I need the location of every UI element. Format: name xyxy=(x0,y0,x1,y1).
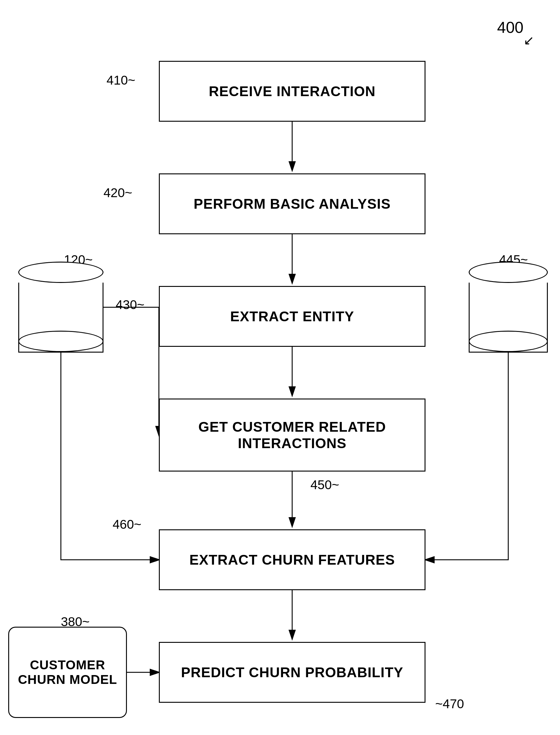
customer-churn-model-label: CUSTOMER CHURN MODEL xyxy=(9,658,126,687)
figure-number: 400 xyxy=(497,18,523,37)
label-470: ~470 xyxy=(435,697,464,711)
perform-basic-analysis-label: PERFORM BASIC ANALYSIS xyxy=(194,196,390,212)
label-380: 380~ xyxy=(61,614,90,629)
customer-churn-model-box: CUSTOMER CHURN MODEL xyxy=(8,627,127,718)
extract-churn-features-label: EXTRACT CHURN FEATURES xyxy=(189,551,395,568)
label-450: 450~ xyxy=(310,478,339,492)
receive-interaction-label: RECEIVE INTERACTION xyxy=(209,83,376,100)
diagram-container: 400 ↙ REC xyxy=(0,0,560,735)
label-420: 420~ xyxy=(103,186,132,200)
perform-basic-analysis-box: PERFORM BASIC ANALYSIS xyxy=(159,173,425,234)
database-cylinder: DATABASE xyxy=(18,262,103,353)
label-460: 460~ xyxy=(113,517,142,532)
predict-churn-box: PREDICT CHURN PROBABILITY xyxy=(159,642,425,703)
extract-entity-box: EXTRACT ENTITY xyxy=(159,286,425,347)
label-430: 430~ xyxy=(116,298,145,312)
extract-churn-features-box: EXTRACT CHURN FEATURES xyxy=(159,529,425,590)
crm-cylinder: CRM xyxy=(469,262,548,353)
predict-churn-label: PREDICT CHURN PROBABILITY xyxy=(181,664,403,681)
extract-entity-label: EXTRACT ENTITY xyxy=(230,308,354,325)
get-customer-interactions-label: GET CUSTOMER RELATED INTERACTIONS xyxy=(160,418,425,451)
figure-arrow: ↙ xyxy=(523,33,534,48)
get-customer-interactions-box: GET CUSTOMER RELATED INTERACTIONS xyxy=(159,398,425,471)
label-410: 410~ xyxy=(107,73,135,88)
receive-interaction-box: RECEIVE INTERACTION xyxy=(159,61,425,122)
